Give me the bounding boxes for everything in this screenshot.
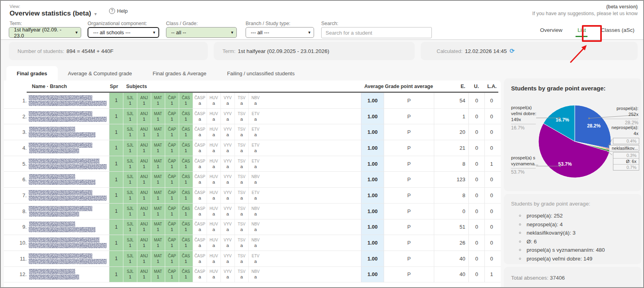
- subject-attend-cell[interactable]: ETVa: [248, 140, 262, 156]
- subject-grade-cell[interactable]: MAT1: [151, 156, 165, 172]
- subject-grade-cell[interactable]: ANJ1: [137, 109, 151, 124]
- subject-attend-cell[interactable]: ČASPa: [193, 204, 207, 219]
- subject-attend-cell[interactable]: TSVa: [234, 140, 248, 156]
- subject-attend-cell[interactable]: ETVa: [248, 156, 262, 172]
- subject-attend-cell[interactable]: HUVa: [207, 172, 221, 187]
- subject-grade-cell[interactable]: SJL1: [123, 156, 137, 172]
- subject-attend-cell[interactable]: HUVa: [207, 124, 221, 140]
- refresh-icon[interactable]: ⟳: [509, 47, 515, 55]
- subject-attend-cell[interactable]: ČASPa: [193, 219, 207, 235]
- subject-attend-cell[interactable]: HUVa: [207, 93, 221, 108]
- subject-grade-cell[interactable]: SJL1: [123, 93, 137, 108]
- subject-attend-cell[interactable]: ETVa: [248, 109, 262, 124]
- subject-grade-cell[interactable]: SJL1: [123, 109, 137, 124]
- term-select[interactable]: 1st halfyear (02.09. - 23.0▾: [9, 27, 81, 38]
- subject-grade-cell[interactable]: MAT1: [151, 204, 165, 219]
- subject-attend-cell[interactable]: TSVa: [234, 172, 248, 187]
- subject-attend-cell[interactable]: ČASPa: [193, 109, 207, 124]
- table-row[interactable]: 10.1SJL1ANJ1MAT1ČAP1ČAS1ČASPaHUVaVYVaTSV…: [4, 235, 501, 251]
- table-row[interactable]: 3.1SJL1ANJ1MAT1ČAP1ČAS1ČASPaHUVaVYVaTSVa…: [4, 124, 501, 140]
- header-name-branch[interactable]: Name · Branch: [32, 84, 67, 89]
- table-row[interactable]: 8.1SJL1ANJ1MAT1ČAP1ČAS1ČASPaHUVaVYVaTSVa…: [4, 204, 501, 219]
- subject-attend-cell[interactable]: HUVa: [207, 156, 221, 172]
- subject-grade-cell[interactable]: MAT1: [151, 251, 165, 266]
- view-tab-overview[interactable]: Overview: [540, 27, 562, 37]
- view-tab-classes-asc-[interactable]: Classes (aSc): [601, 27, 634, 37]
- subject-grade-cell[interactable]: SJL1: [123, 219, 137, 235]
- search-input[interactable]: [321, 27, 432, 38]
- subject-attend-cell[interactable]: VYVa: [221, 188, 234, 203]
- subject-grade-cell[interactable]: ČAS1: [179, 251, 193, 266]
- subject-grade-cell[interactable]: ANJ1: [137, 219, 151, 235]
- subject-grade-cell[interactable]: ČAP1: [165, 109, 179, 124]
- header-average[interactable]: Average: [347, 84, 384, 89]
- subject-grade-cell[interactable]: SJL1: [123, 267, 137, 282]
- subject-attend-cell[interactable]: ČASPa: [193, 140, 207, 156]
- subject-grade-cell[interactable]: ČAP1: [165, 251, 179, 266]
- subject-attend-cell[interactable]: VYVa: [221, 172, 234, 187]
- table-row[interactable]: 12.1SJL1ANJ1MAT1ČAP1ČAS1ČASPaHUVaVYVaTSV…: [4, 267, 501, 283]
- subject-attend-cell[interactable]: TSVa: [234, 204, 248, 219]
- subject-attend-cell[interactable]: TSVa: [234, 267, 248, 282]
- subject-attend-cell[interactable]: HUVa: [207, 235, 221, 251]
- subject-attend-cell[interactable]: TSVa: [234, 251, 248, 266]
- org-component-select[interactable]: --- all schools ---▾: [88, 27, 159, 38]
- help-button[interactable]: ? Help: [109, 8, 128, 14]
- subject-attend-cell[interactable]: ETVa: [248, 188, 262, 203]
- view-tab-list[interactable]: List: [578, 27, 586, 37]
- subject-attend-cell[interactable]: ČASPa: [193, 188, 207, 203]
- subject-grade-cell[interactable]: SJL1: [123, 251, 137, 266]
- subject-attend-cell[interactable]: HUVa: [207, 204, 221, 219]
- subject-attend-cell[interactable]: VYVa: [221, 267, 234, 282]
- subject-grade-cell[interactable]: SJL1: [123, 235, 137, 251]
- subject-attend-cell[interactable]: ČASPa: [193, 267, 207, 282]
- subject-grade-cell[interactable]: MAT1: [151, 188, 165, 203]
- subject-attend-cell[interactable]: TSVa: [234, 93, 248, 108]
- subject-attend-cell[interactable]: HUVa: [207, 251, 221, 266]
- header-spr[interactable]: Spr: [110, 84, 118, 89]
- subject-grade-cell[interactable]: ANJ1: [137, 251, 151, 266]
- subject-attend-cell[interactable]: NBVa: [248, 219, 262, 235]
- page-title[interactable]: Overview statistics (beta)▾: [10, 10, 97, 18]
- subject-attend-cell[interactable]: ETVa: [248, 251, 262, 266]
- subject-attend-cell[interactable]: HUVa: [207, 219, 221, 235]
- table-row[interactable]: 9.1SJL1ANJ1MAT1ČAP1ČAS1ČASPaHUVaVYVaTSVa…: [4, 219, 501, 235]
- subject-grade-cell[interactable]: ANJ1: [137, 235, 151, 251]
- subject-attend-cell[interactable]: TSVa: [234, 235, 248, 251]
- subject-attend-cell[interactable]: ČASPa: [193, 251, 207, 266]
- subject-attend-cell[interactable]: TSVa: [234, 188, 248, 203]
- table-row[interactable]: 4.1SJL1ANJ1MAT1ČAP1ČAS1ČASPaHUVaVYVaTSVa…: [4, 140, 501, 156]
- subject-attend-cell[interactable]: NBVa: [248, 235, 262, 251]
- subject-grade-cell[interactable]: ČAP1: [165, 188, 179, 203]
- table-row[interactable]: 7.1SJL1ANJ1MAT1ČAP1ČAS1ČASPaHUVaVYVaTSVa…: [4, 188, 501, 204]
- subject-attend-cell[interactable]: VYVa: [221, 204, 234, 219]
- subject-grade-cell[interactable]: SJL1: [123, 204, 137, 219]
- subject-attend-cell[interactable]: VYVa: [221, 124, 234, 140]
- subject-attend-cell[interactable]: ČASPa: [193, 156, 207, 172]
- class-grade-select[interactable]: -- all --▾: [166, 27, 237, 38]
- subject-grade-cell[interactable]: ČAS1: [179, 204, 193, 219]
- content-tab-failing-unclassified-students[interactable]: Failing / unclassified students: [217, 66, 305, 81]
- subject-attend-cell[interactable]: ČASPa: [193, 172, 207, 187]
- subject-attend-cell[interactable]: VYVa: [221, 93, 234, 108]
- table-row[interactable]: 5.1SJL1ANJ1MAT1ČAP1ČAS1ČASPaHUVaVYVaTSVa…: [4, 156, 501, 172]
- subject-grade-cell[interactable]: ANJ1: [137, 204, 151, 219]
- subject-grade-cell[interactable]: ČAS1: [179, 140, 193, 156]
- subject-grade-cell[interactable]: ANJ1: [137, 124, 151, 140]
- subject-attend-cell[interactable]: ČASPa: [193, 93, 207, 108]
- subject-grade-cell[interactable]: ČAP1: [165, 235, 179, 251]
- subject-grade-cell[interactable]: MAT1: [151, 124, 165, 140]
- subject-attend-cell[interactable]: TSVa: [234, 124, 248, 140]
- subject-grade-cell[interactable]: ČAS1: [179, 188, 193, 203]
- subject-attend-cell[interactable]: TSVa: [234, 219, 248, 235]
- subject-attend-cell[interactable]: NBVa: [248, 172, 262, 187]
- subject-attend-cell[interactable]: TSVa: [234, 109, 248, 124]
- table-row[interactable]: 11.1SJL1ANJ1MAT1ČAP1ČAS1ČASPaHUVaVYVaTSV…: [4, 251, 501, 267]
- subject-grade-cell[interactable]: ČAS1: [179, 172, 193, 187]
- subject-grade-cell[interactable]: ANJ1: [137, 267, 151, 282]
- subject-grade-cell[interactable]: MAT1: [151, 219, 165, 235]
- subject-grade-cell[interactable]: ANJ1: [137, 93, 151, 108]
- subject-grade-cell[interactable]: ČAP1: [165, 124, 179, 140]
- subject-attend-cell[interactable]: VYVa: [221, 219, 234, 235]
- subject-grade-cell[interactable]: MAT1: [151, 140, 165, 156]
